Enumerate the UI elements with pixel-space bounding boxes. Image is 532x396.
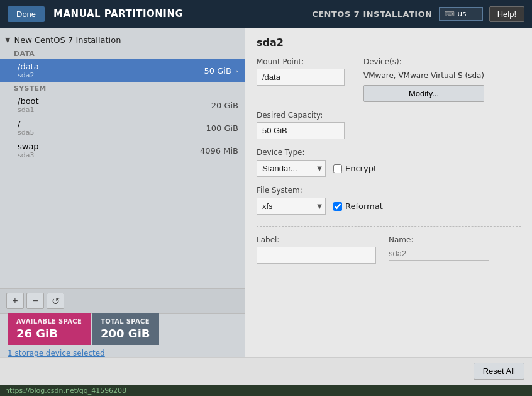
section-data: DATA: [0, 47, 245, 59]
keyboard-value: us: [458, 9, 467, 18]
tree-arrow: ▼: [5, 36, 10, 44]
url-bar: https://blog.csdn.net/qq_41596208: [0, 385, 532, 396]
keyboard-input[interactable]: ⌨ us: [439, 7, 483, 21]
content-area: ▼ New CentOS 7 Installation DATA /data s…: [0, 28, 532, 357]
total-value: 200 GiB: [101, 327, 150, 340]
name-input[interactable]: [389, 247, 489, 261]
partition-item-left-swap: swap sda3: [18, 142, 39, 159]
partition-name-swap: swap: [18, 142, 39, 151]
file-system-row: xfs ext4 ext3 ext2 vfat btrfs swap ▼ Ref…: [257, 198, 521, 215]
keyboard-icon: ⌨: [445, 10, 455, 18]
reset-all-button[interactable]: Reset All: [474, 363, 524, 380]
partition-item-left-root: / sda5: [18, 119, 34, 137]
capacity-row: Desired Capacity:: [257, 111, 521, 139]
right-panel: sda2 Mount Point: Device(s): VMware, VMw…: [245, 28, 532, 357]
bottom-actions: Reset All: [0, 357, 532, 385]
partition-item-data[interactable]: /data sda2 50 GiB ›: [0, 59, 245, 82]
header: Done MANUAL PARTITIONING CENTOS 7 INSTAL…: [0, 0, 532, 28]
partition-item-root[interactable]: / sda5 100 GiB: [0, 116, 245, 139]
tree-root-label: New CentOS 7 Installation: [14, 35, 121, 45]
storage-link[interactable]: 1 storage device selected: [8, 349, 105, 358]
done-button[interactable]: Done: [8, 6, 45, 22]
help-button[interactable]: Help!: [489, 6, 524, 22]
space-boxes: AVAILABLE SPACE 26 GiB TOTAL SPACE 200 G…: [8, 313, 159, 345]
left-panel: ▼ New CentOS 7 Installation DATA /data s…: [0, 28, 245, 357]
detail-title: sda2: [257, 37, 521, 48]
devices-value: VMware, VMware Virtual S (sda): [363, 69, 484, 80]
reformat-group: Reformat: [333, 201, 383, 211]
reformat-checkbox[interactable]: [333, 202, 342, 211]
device-type-select[interactable]: Standar... LVM LVM Thin Provisioning BTR…: [257, 160, 326, 177]
device-type-label: Device Type:: [257, 148, 521, 157]
available-space-box: AVAILABLE SPACE 26 GiB: [8, 313, 91, 345]
partition-device-boot: sda1: [18, 106, 39, 114]
file-system-section: File System: xfs ext4 ext3 ext2 vfat btr…: [257, 186, 521, 215]
available-label: AVAILABLE SPACE: [16, 318, 82, 325]
devices-group: Device(s): VMware, VMware Virtual S (sda…: [363, 57, 484, 102]
section-system: SYSTEM: [0, 82, 245, 94]
partition-size-root: 100 GiB: [206, 123, 238, 133]
capacity-input[interactable]: [257, 122, 345, 139]
label-field-group: Label:: [257, 235, 376, 264]
capacity-group: Desired Capacity:: [257, 111, 345, 139]
label-name-row: Label: Name:: [257, 235, 521, 264]
total-label: TOTAL SPACE: [101, 318, 150, 325]
encrypt-group: Encrypt: [333, 164, 377, 173]
partition-item-left-boot: /boot sda1: [18, 96, 39, 114]
reformat-label: Reformat: [345, 201, 383, 211]
encrypt-checkbox[interactable]: [333, 164, 342, 173]
partition-device: sda2: [18, 71, 39, 79]
centos-title: CENTOS 7 INSTALLATION: [312, 9, 432, 19]
partition-device-swap: sda3: [18, 151, 39, 159]
label-field-label: Label:: [257, 235, 376, 244]
device-type-row: Standar... LVM LVM Thin Provisioning BTR…: [257, 160, 521, 177]
refresh-button[interactable]: ↺: [47, 293, 64, 309]
partition-size: 50 GiB: [204, 66, 231, 76]
mount-devices-row: Mount Point: Device(s): VMware, VMware V…: [257, 57, 521, 102]
total-space-box: TOTAL SPACE 200 GiB: [92, 313, 159, 345]
mount-point-input[interactable]: [257, 69, 345, 86]
available-value: 26 GiB: [16, 327, 82, 340]
tree-root: ▼ New CentOS 7 Installation: [0, 33, 245, 47]
header-right: CENTOS 7 INSTALLATION ⌨ us Help!: [312, 6, 524, 22]
header-left: Done MANUAL PARTITIONING: [8, 6, 183, 22]
bottom-bar: AVAILABLE SPACE 26 GiB TOTAL SPACE 200 G…: [0, 313, 245, 357]
file-system-label: File System:: [257, 186, 521, 195]
app-title: MANUAL PARTITIONING: [53, 8, 183, 20]
partition-size-group: 50 GiB ›: [204, 66, 238, 76]
partition-item-swap[interactable]: swap sda3 4096 MiB: [0, 139, 245, 162]
name-field-group: Name:: [389, 235, 489, 261]
partition-size-swap: 4096 MiB: [200, 146, 238, 156]
encrypt-label: Encrypt: [345, 164, 377, 173]
chevron-right-icon: ›: [235, 66, 238, 76]
file-system-select[interactable]: xfs ext4 ext3 ext2 vfat btrfs swap: [257, 198, 326, 215]
label-input[interactable]: [257, 247, 376, 264]
remove-button[interactable]: −: [26, 293, 44, 309]
mount-point-label: Mount Point:: [257, 57, 345, 66]
partition-size-boot: 20 GiB: [211, 101, 238, 110]
partition-name: /data: [18, 62, 39, 71]
device-type-section: Device Type: Standar... LVM LVM Thin Pro…: [257, 148, 521, 177]
add-button[interactable]: +: [6, 293, 24, 309]
device-type-select-wrapper: Standar... LVM LVM Thin Provisioning BTR…: [257, 160, 326, 177]
partition-device-root: sda5: [18, 128, 34, 137]
left-toolbar: + − ↺: [0, 288, 245, 313]
partition-item-boot[interactable]: /boot sda1 20 GiB: [0, 94, 245, 116]
mount-point-group: Mount Point:: [257, 57, 345, 102]
divider: [257, 226, 521, 227]
file-system-select-wrapper: xfs ext4 ext3 ext2 vfat btrfs swap ▼: [257, 198, 326, 215]
devices-label: Device(s):: [363, 57, 484, 66]
bottom-left: AVAILABLE SPACE 26 GiB TOTAL SPACE 200 G…: [8, 313, 159, 358]
app-wrapper: Done MANUAL PARTITIONING CENTOS 7 INSTAL…: [0, 0, 532, 396]
partition-item-left: /data sda2: [18, 62, 39, 79]
partition-name-boot: /boot: [18, 96, 39, 106]
partition-list: ▼ New CentOS 7 Installation DATA /data s…: [0, 28, 245, 288]
partition-name-root: /: [18, 119, 34, 128]
modify-button[interactable]: Modify...: [363, 85, 484, 102]
name-field-label: Name:: [389, 235, 489, 244]
capacity-label: Desired Capacity:: [257, 111, 345, 120]
